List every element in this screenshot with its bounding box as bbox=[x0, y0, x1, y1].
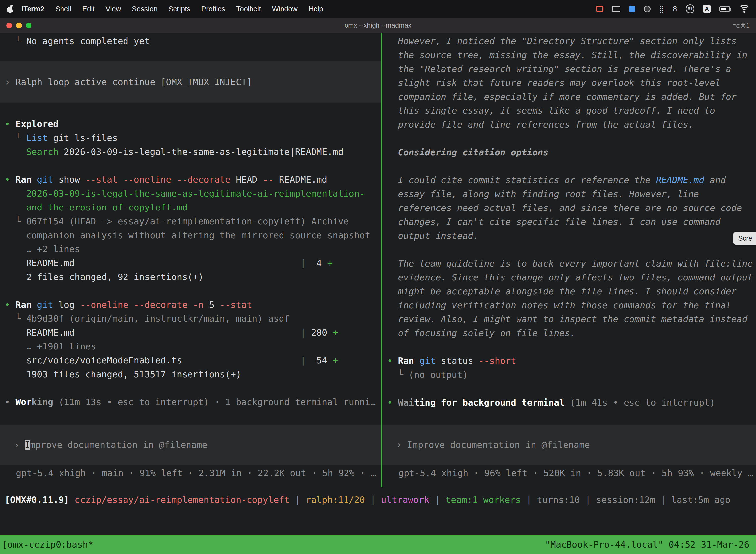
text-segment: README.md bbox=[656, 175, 704, 185]
tmux-shortcut-hint: ⌥⌘1 bbox=[733, 18, 750, 33]
terminal-line: review. Also, I might want to inspect th… bbox=[382, 312, 756, 326]
text-segment: gpt-5.4 xhigh · main · 91% left · 2.31M … bbox=[16, 468, 376, 478]
text-segment: and bbox=[704, 175, 726, 185]
text-segment: + bbox=[333, 327, 338, 338]
stats-icon[interactable]: 8 bbox=[673, 5, 677, 13]
text-segment: git bbox=[420, 356, 436, 366]
text-segment: the "Related research writing" section i… bbox=[387, 64, 731, 74]
terminal-line: slight risk that future readers may over… bbox=[382, 76, 756, 90]
text-segment: 54 bbox=[306, 355, 333, 365]
terminal-line: essay file, along with finding root file… bbox=[382, 187, 756, 201]
text-segment: ralph:11/20 bbox=[306, 495, 365, 505]
tmux-status-bar: [omx-cczip0:bash* "MacBook-Pro-44.local"… bbox=[0, 535, 756, 554]
text-segment: └ bbox=[5, 216, 26, 226]
text-segment: and-the-erosion-of-copyleft.md bbox=[5, 202, 188, 213]
menu-bar: iTerm2ShellEditViewSessionScriptsProfile… bbox=[0, 0, 756, 18]
keyboard-icon[interactable] bbox=[612, 6, 620, 12]
screen-recording-indicator-icon[interactable] bbox=[596, 6, 604, 12]
right-pane-output: However, I noticed the "Directory Struct… bbox=[382, 34, 756, 409]
text-segment: of focusing solely on file lines. bbox=[387, 328, 575, 338]
terminal-line: 2 files changed, 92 insertions(+) bbox=[0, 270, 381, 284]
tmux-host-clock: "MacBook-Pro-44.local" 04:52 31-Mar-26 bbox=[545, 539, 749, 550]
left-prompt-input[interactable]: › Improve documentation in @filename bbox=[0, 425, 381, 465]
terminal-line bbox=[382, 131, 756, 146]
menu-item-toolbelt[interactable]: Toolbelt bbox=[231, 5, 266, 13]
text-segment: might be acceptable alongside the file l… bbox=[387, 286, 737, 296]
text-segment: However, I noticed the "Directory Struct… bbox=[387, 36, 737, 46]
text-segment: 4b9d30f (origin/main, instructkr/main, m… bbox=[26, 314, 290, 324]
text-segment bbox=[414, 356, 420, 366]
terminal: └ No agents completed yet › Ralph loop a… bbox=[0, 33, 756, 554]
menu-item-iterm2[interactable]: iTerm2 bbox=[16, 5, 50, 13]
right-prompt-input[interactable]: › Improve documentation in @filename bbox=[382, 425, 756, 465]
terminal-line: └ 4b9d30f (origin/main, instructkr/main,… bbox=[0, 312, 381, 326]
text-segment: the source tree, missing the essay. Stil… bbox=[387, 50, 747, 60]
text-segment: last:5m ago bbox=[672, 495, 731, 505]
text-segment: Ran bbox=[15, 174, 32, 185]
menu-item-profiles[interactable]: Profiles bbox=[196, 5, 231, 13]
text-segment: companion analysis without altering the … bbox=[5, 230, 370, 240]
text-segment: • bbox=[387, 397, 398, 407]
wifi-icon[interactable] bbox=[739, 5, 750, 13]
menu-item-view[interactable]: View bbox=[100, 5, 126, 13]
text-segment: --stat --oneline --decorate bbox=[80, 174, 231, 185]
terminal-line: └ 067f154 (HEAD -> essay/ai-reimplementa… bbox=[0, 214, 381, 228]
menu-item-help[interactable]: Help bbox=[303, 5, 329, 13]
terminal-line: … +2 lines bbox=[0, 242, 381, 256]
left-session-status: gpt-5.4 xhigh · main · 91% left · 2.31M … bbox=[0, 466, 381, 480]
terminal-line: references need actual files, and since … bbox=[382, 201, 756, 215]
text-segment: Ran bbox=[398, 356, 414, 366]
text-segment bbox=[5, 147, 26, 157]
text-segment: README.md bbox=[273, 174, 327, 185]
menu-item-scripts[interactable]: Scripts bbox=[163, 5, 196, 13]
text-segment: • bbox=[5, 174, 15, 185]
text-segment: -- bbox=[257, 174, 273, 185]
text-segment: ting for background terminal bbox=[414, 397, 565, 407]
text-segment: • bbox=[387, 356, 398, 366]
text-segment: 280 bbox=[306, 327, 333, 338]
agents-status-line: └ No agents completed yet bbox=[0, 34, 381, 48]
battery-icon[interactable] bbox=[719, 6, 730, 12]
terminal-line: 2026-03-09-is-legal-the-same-as-legitima… bbox=[0, 187, 381, 201]
text-segment: git bbox=[37, 174, 53, 185]
terminal-line bbox=[382, 159, 756, 173]
text-segment: 4 bbox=[306, 258, 327, 268]
terminal-line: • Working (11m 13s • esc to interrupt) ·… bbox=[0, 395, 381, 409]
terminal-line: changes, I can't cite specific file line… bbox=[382, 215, 756, 229]
text-segment: | bbox=[300, 355, 306, 365]
text-segment: slight risk that future readers may over… bbox=[387, 78, 720, 88]
text-segment: evidence. Since this change only affects… bbox=[387, 272, 753, 282]
terminal-line: • Waiting for background terminal (1m 41… bbox=[382, 396, 756, 409]
text-segment: 5 bbox=[204, 299, 214, 310]
text-segment: + bbox=[327, 258, 333, 268]
menu-item-window[interactable]: Window bbox=[266, 5, 303, 13]
blue-app-icon[interactable] bbox=[629, 6, 635, 12]
input-source-icon[interactable]: A bbox=[703, 5, 711, 13]
battery-percentage-badge[interactable]: 61 bbox=[686, 4, 694, 13]
terminal-line: • Explored bbox=[0, 117, 381, 131]
text-segment: turns:10 bbox=[537, 495, 580, 505]
menu-item-session[interactable]: Session bbox=[126, 5, 163, 13]
terminal-line: … +1901 lines bbox=[0, 340, 381, 353]
text-segment: … +1901 lines bbox=[5, 341, 96, 351]
text-segment: provide file and line references from th… bbox=[387, 119, 693, 129]
menu-item-edit[interactable]: Edit bbox=[77, 5, 100, 13]
text-segment: 1903 files changed, 513517 insertions(+) bbox=[5, 369, 241, 379]
menu-status-icons: ⣿ 8 61 A bbox=[596, 4, 750, 13]
terminal-line: • Ran git log --oneline --decorate -n 5 … bbox=[0, 298, 381, 312]
text-segment: including verification notes with those … bbox=[387, 300, 731, 310]
text-segment: references need actual files, and since … bbox=[387, 203, 742, 213]
text-segment: Wai bbox=[398, 397, 414, 407]
menu-item-shell[interactable]: Shell bbox=[50, 5, 77, 13]
apple-menu-icon[interactable] bbox=[7, 5, 13, 13]
launchpad-grid-icon[interactable]: ⣿ bbox=[659, 5, 664, 13]
text-segment bbox=[32, 174, 37, 185]
text-segment: + bbox=[333, 355, 338, 365]
screenshot-tab[interactable]: Scre bbox=[733, 232, 756, 245]
text-segment: | bbox=[655, 495, 672, 505]
text-segment: › bbox=[5, 77, 15, 87]
panes: └ No agents completed yet › Ralph loop a… bbox=[0, 33, 756, 487]
text-segment: this single essay, it seems like a good … bbox=[387, 106, 715, 116]
text-segment: └ bbox=[387, 370, 409, 380]
dark-app-icon[interactable] bbox=[644, 6, 650, 12]
